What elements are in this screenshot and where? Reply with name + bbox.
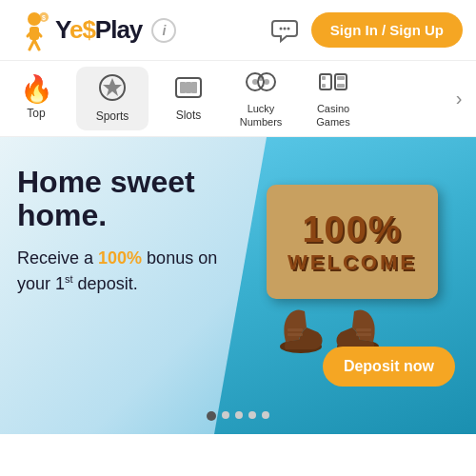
- svg-rect-24: [322, 76, 326, 80]
- chat-icon[interactable]: [269, 15, 300, 46]
- svg-rect-22: [320, 74, 331, 89]
- nav-label-sports: Sports: [96, 109, 129, 123]
- lucky-numbers-icon: [246, 69, 276, 99]
- svg-rect-32: [356, 328, 371, 331]
- svg-rect-26: [337, 76, 345, 80]
- svg-text:$: $: [42, 14, 46, 22]
- welcome-mat: 100% WELCOME: [267, 185, 438, 299]
- speech-bubble-icon: [271, 17, 298, 44]
- svg-point-20: [264, 79, 269, 85]
- slots-icon: [174, 74, 203, 105]
- svg-rect-25: [322, 84, 326, 88]
- svg-point-10: [287, 27, 289, 30]
- svg-point-9: [283, 27, 286, 30]
- nav-item-slots[interactable]: Slots: [152, 61, 225, 136]
- nav-chevron[interactable]: ›: [442, 61, 476, 136]
- banner-text: Home sweethome. Receive a 100% bonus ony…: [17, 166, 217, 297]
- nav-label-lucky-numbers: LuckyNumbers: [240, 103, 283, 128]
- sign-in-button[interactable]: Sign In / Sign Up: [311, 12, 463, 48]
- soccer-icon: [98, 73, 127, 106]
- logo-icon: $: [13, 10, 55, 51]
- banner-title: Home sweethome.: [17, 166, 217, 232]
- dot-4[interactable]: [248, 411, 256, 419]
- svg-line-5: [34, 40, 39, 50]
- dot-2[interactable]: [222, 411, 229, 419]
- logo-text: Ye$Play: [55, 15, 142, 45]
- header: $ Ye$Play i Sign In / Sign Up: [0, 0, 476, 61]
- banner-subtitle: Receive a 100% bonus onyour 1st deposit.: [17, 246, 217, 297]
- logo[interactable]: $ Ye$Play: [13, 10, 142, 51]
- header-right: Sign In / Sign Up: [269, 12, 463, 48]
- svg-rect-14: [180, 82, 186, 93]
- svg-marker-12: [103, 78, 122, 96]
- dot-1[interactable]: [207, 411, 216, 421]
- fire-icon: 🔥: [20, 76, 53, 103]
- logo-area: $ Ye$Play i: [13, 10, 176, 51]
- svg-rect-16: [191, 82, 197, 93]
- left-shoe-icon: [276, 304, 326, 356]
- svg-rect-29: [288, 328, 303, 331]
- info-icon[interactable]: i: [151, 18, 176, 43]
- svg-point-21: [258, 75, 264, 81]
- banner-dots: [207, 411, 269, 421]
- svg-point-19: [252, 79, 258, 85]
- nav-item-sports[interactable]: Sports: [76, 67, 149, 130]
- mat-percent: 100%: [302, 209, 402, 250]
- svg-rect-27: [337, 84, 345, 88]
- nav-label-casino: CasinoGames: [316, 103, 349, 128]
- nav-item-top[interactable]: 🔥 Top: [0, 61, 72, 136]
- welcome-mat-container: 100% WELCOME: [248, 166, 457, 356]
- dot-5[interactable]: [262, 411, 269, 419]
- nav-label-top: Top: [27, 107, 45, 120]
- nav-item-lucky-numbers[interactable]: LuckyNumbers: [225, 61, 297, 136]
- nav-label-slots: Slots: [176, 109, 202, 122]
- svg-rect-15: [186, 82, 191, 93]
- banner: Home sweethome. Receive a 100% bonus ony…: [0, 137, 476, 434]
- svg-point-0: [28, 12, 41, 26]
- deposit-now-button[interactable]: Deposit now: [323, 347, 455, 387]
- mat-welcome: WELCOME: [288, 250, 417, 275]
- casino-icon: [318, 69, 348, 99]
- svg-rect-33: [356, 333, 371, 336]
- nav-item-casino-games[interactable]: CasinoGames: [297, 61, 369, 136]
- nav-bar: 🔥 Top Sports Slots: [0, 61, 476, 137]
- dot-3[interactable]: [235, 411, 243, 419]
- svg-rect-30: [288, 333, 303, 336]
- svg-point-8: [279, 27, 282, 30]
